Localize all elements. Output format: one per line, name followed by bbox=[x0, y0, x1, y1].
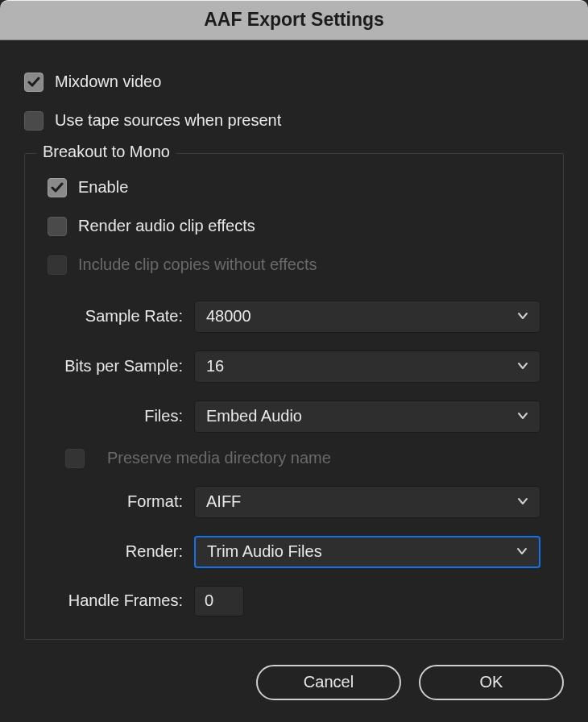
preserve-dir-row: Preserve media directory name bbox=[48, 449, 540, 468]
files-label: Files: bbox=[48, 407, 183, 425]
use-tape-sources-checkbox[interactable] bbox=[24, 111, 43, 131]
include-copies-row: Include clip copies without effects bbox=[48, 247, 540, 283]
use-tape-sources-row[interactable]: Use tape sources when present bbox=[24, 103, 564, 139]
render-effects-checkbox[interactable] bbox=[48, 217, 67, 236]
sample-rate-select[interactable]: 48000 bbox=[194, 301, 540, 333]
sample-rate-row: Sample Rate: 48000 bbox=[48, 301, 540, 333]
include-copies-checkbox bbox=[48, 255, 67, 275]
dialog-body: Mixdown video Use tape sources when pres… bbox=[0, 40, 588, 653]
preserve-dir-checkbox bbox=[65, 449, 85, 468]
render-value: Trim Audio Files bbox=[207, 542, 322, 561]
mixdown-video-row[interactable]: Mixdown video bbox=[24, 64, 564, 100]
format-row: Format: AIFF bbox=[48, 486, 540, 518]
handle-frames-value: 0 bbox=[205, 591, 213, 610]
handle-frames-label: Handle Frames: bbox=[48, 591, 183, 610]
files-row: Files: Embed Audio bbox=[48, 400, 540, 433]
dialog-titlebar: AAF Export Settings bbox=[0, 0, 588, 40]
ok-button[interactable]: OK bbox=[419, 665, 564, 700]
render-select[interactable]: Trim Audio Files bbox=[194, 536, 540, 568]
handle-frames-input[interactable]: 0 bbox=[194, 586, 244, 616]
ok-button-label: OK bbox=[480, 673, 503, 691]
chevron-down-icon bbox=[517, 492, 528, 511]
aaf-export-dialog: AAF Export Settings Mixdown video Use ta… bbox=[0, 0, 588, 722]
dialog-footer: Cancel OK bbox=[0, 653, 588, 722]
render-effects-row[interactable]: Render audio clip effects bbox=[48, 209, 540, 244]
files-value: Embed Audio bbox=[206, 407, 302, 425]
preserve-dir-label: Preserve media directory name bbox=[107, 449, 331, 467]
check-icon bbox=[27, 76, 40, 89]
format-value: AIFF bbox=[206, 492, 241, 511]
dialog-title: AAF Export Settings bbox=[204, 9, 384, 31]
chevron-down-icon bbox=[517, 407, 528, 425]
bits-per-sample-label: Bits per Sample: bbox=[48, 357, 183, 376]
breakout-to-mono-group: Breakout to Mono Enable Render audio cli… bbox=[24, 153, 564, 640]
chevron-down-icon bbox=[516, 542, 528, 561]
chevron-down-icon bbox=[517, 357, 528, 376]
bits-per-sample-row: Bits per Sample: 16 bbox=[48, 351, 540, 383]
cancel-button-label: Cancel bbox=[304, 673, 354, 691]
enable-label: Enable bbox=[78, 178, 128, 197]
include-copies-label: Include clip copies without effects bbox=[78, 255, 317, 274]
enable-checkbox[interactable] bbox=[48, 178, 67, 197]
bits-per-sample-value: 16 bbox=[206, 357, 224, 376]
use-tape-sources-label: Use tape sources when present bbox=[55, 111, 281, 130]
render-effects-label: Render audio clip effects bbox=[78, 217, 255, 235]
render-row: Render: Trim Audio Files bbox=[48, 536, 540, 568]
format-label: Format: bbox=[48, 492, 183, 511]
chevron-down-icon bbox=[517, 307, 528, 326]
sample-rate-label: Sample Rate: bbox=[48, 307, 183, 326]
bits-per-sample-select[interactable]: 16 bbox=[194, 351, 540, 383]
handle-frames-row: Handle Frames: 0 bbox=[48, 586, 540, 616]
breakout-legend: Breakout to Mono bbox=[36, 143, 176, 161]
enable-row[interactable]: Enable bbox=[48, 170, 540, 205]
cancel-button[interactable]: Cancel bbox=[256, 665, 401, 700]
format-select[interactable]: AIFF bbox=[194, 486, 540, 518]
mixdown-video-label: Mixdown video bbox=[55, 73, 161, 91]
check-icon bbox=[51, 181, 64, 194]
sample-rate-value: 48000 bbox=[206, 307, 251, 326]
files-select[interactable]: Embed Audio bbox=[194, 400, 540, 433]
mixdown-video-checkbox[interactable] bbox=[24, 73, 43, 92]
render-label: Render: bbox=[48, 542, 183, 561]
